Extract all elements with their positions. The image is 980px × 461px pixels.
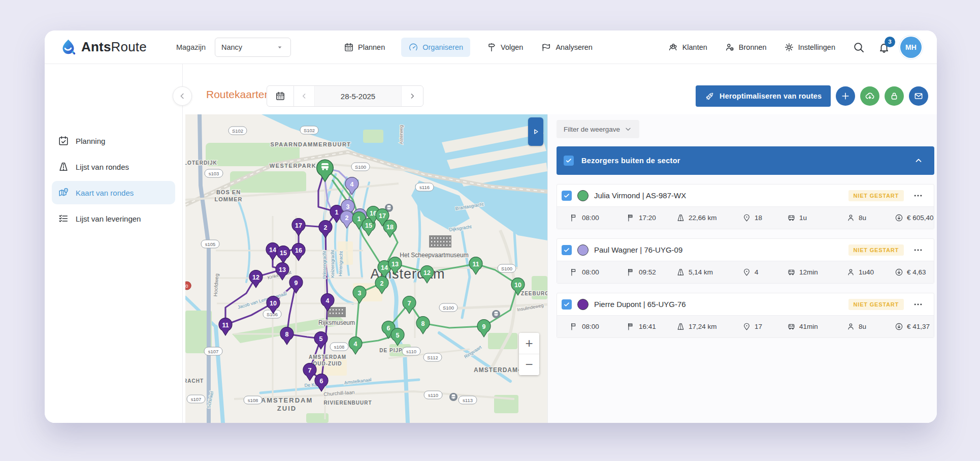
map-label: DE PIJP <box>379 348 402 353</box>
status-badge: NIET GESTART <box>848 299 904 310</box>
svg-text:15: 15 <box>280 250 287 257</box>
tab-organiseren[interactable]: Organiseren <box>401 38 470 57</box>
brand-logo[interactable]: AntsRoute <box>60 39 147 55</box>
more-options-button[interactable] <box>909 191 927 201</box>
user-avatar[interactable]: MH <box>900 37 922 58</box>
date-control: 28-5-2025 <box>267 85 423 107</box>
lock-routes-button[interactable] <box>885 86 904 106</box>
road-badge: S100 <box>439 303 458 312</box>
svg-text:3: 3 <box>358 290 362 297</box>
driver-stats-row: 08:00 17:20 22,66 km 18 1u 8u € 605,40 <box>557 206 934 229</box>
tab-bronnen[interactable]: Bronnen <box>723 38 769 57</box>
stat-stops: 17 <box>742 322 787 331</box>
map-label: RIVIERENBUURT <box>323 400 372 406</box>
warehouse-select[interactable]: Nancy <box>215 38 291 57</box>
tab-volgen[interactable]: Volgen <box>484 38 525 57</box>
back-button[interactable] <box>173 86 192 106</box>
driver-checkbox[interactable] <box>562 299 572 310</box>
start-flag-icon <box>570 268 578 276</box>
start-flag-icon <box>570 213 578 222</box>
zoom-out-button[interactable]: − <box>519 354 539 375</box>
tab-plannen[interactable]: Plannen <box>342 38 387 57</box>
svg-text:6: 6 <box>320 378 323 385</box>
sidebar-item-lijst-van-rondes[interactable]: Lijst van rondes <box>52 155 175 178</box>
chevron-down-icon <box>624 125 632 133</box>
send-mail-button[interactable] <box>909 86 928 106</box>
more-options-button[interactable] <box>909 299 927 310</box>
group-checkbox[interactable] <box>564 156 574 166</box>
svg-text:s110: s110 <box>406 349 416 354</box>
notifications-button[interactable]: 3 <box>878 41 890 53</box>
svg-text:0: 0 <box>185 283 188 289</box>
svg-text:5: 5 <box>396 332 400 339</box>
zoom-in-button[interactable]: + <box>519 333 539 354</box>
chevron-up-icon[interactable] <box>914 156 923 165</box>
map-label: WESTERPARK <box>270 163 316 169</box>
sidebar-item-kaart-van-rondes[interactable]: Kaart van rondes <box>52 181 175 204</box>
finish-flag-icon <box>627 268 635 276</box>
cost-down-icon <box>895 268 903 276</box>
transit-icon <box>449 393 458 401</box>
sidebar-item-planning[interactable]: Planning <box>52 129 175 152</box>
status-badge: NIET GESTART <box>848 244 904 256</box>
tab-klanten[interactable]: Klanten <box>666 38 709 57</box>
svg-text:12: 12 <box>423 269 431 276</box>
svg-text:S102: S102 <box>304 128 315 133</box>
finish-flag-icon <box>627 213 635 222</box>
road-badge: s103 <box>205 169 223 177</box>
person-icon <box>846 322 855 331</box>
pin-icon <box>742 322 751 331</box>
sidebar-item-lijst-van-leveringen[interactable]: Lijst van leveringen <box>52 207 175 230</box>
map-label: AMSTERDAM <box>261 396 313 404</box>
stat-distance: 17,24 km <box>676 322 742 331</box>
map-label: RACHT <box>185 378 204 384</box>
collapse-panel-button[interactable] <box>528 117 543 146</box>
pin-icon <box>742 213 751 222</box>
search-button[interactable] <box>853 41 865 53</box>
svg-text:1: 1 <box>335 209 339 216</box>
svg-text:s107: s107 <box>191 396 202 402</box>
road-badge: s116 <box>415 183 434 191</box>
add-button[interactable] <box>836 86 855 106</box>
next-day-button[interactable] <box>402 86 423 106</box>
stat-distance: 22,66 km <box>676 213 742 222</box>
calendar-picker-button[interactable] <box>267 86 294 106</box>
stat-distance: 5,14 km <box>676 268 742 276</box>
routes-map[interactable]: SPAARNDAMMERBUURTWESTERPARKSLOTERDIJKBOS… <box>185 114 547 423</box>
stat-drive-time: 41min <box>787 322 846 331</box>
more-options-button[interactable] <box>909 245 927 255</box>
building-icon <box>429 235 451 248</box>
tab-analyseren[interactable]: Analyseren <box>539 38 595 57</box>
svg-text:9: 9 <box>295 280 298 287</box>
road-badge: 0 <box>185 282 191 290</box>
stat-drive-time: 12min <box>787 268 846 276</box>
chevron-left-icon <box>300 92 308 100</box>
secondary-menu: Klanten Bronnen Instellingen <box>666 38 837 57</box>
map-canvas[interactable]: SPAARNDAMMERBUURTWESTERPARKSLOTERDIJKBOS… <box>185 114 547 423</box>
app-window: AntsRoute Magazijn Nancy Plannen Organis… <box>45 30 937 423</box>
svg-text:10: 10 <box>514 282 521 289</box>
person-icon <box>846 268 855 276</box>
check-icon <box>563 192 570 199</box>
driver-row: Pierre Dupont | 65-UYG-76 NIET GESTART <box>557 293 934 315</box>
export-button[interactable] <box>860 86 879 106</box>
driver-checkbox[interactable] <box>562 245 572 255</box>
svg-text:s110: s110 <box>428 392 438 398</box>
svg-text:8: 8 <box>421 320 425 327</box>
reoptimize-routes-button[interactable]: Heroptimaliseren van routes <box>696 85 831 107</box>
page-title: Routekaarten <box>206 88 270 101</box>
filter-view-button[interactable]: Filter de weergave <box>557 120 639 138</box>
tab-instellingen[interactable]: Instellingen <box>782 38 837 57</box>
group-header[interactable]: Bezorgers buiten de sector <box>557 146 934 175</box>
map-label: AMSTERDAM <box>309 354 346 360</box>
map-label: Rijksmuseum <box>318 319 355 326</box>
svg-text:2: 2 <box>380 280 384 287</box>
stat-end-time: 09:52 <box>627 268 676 276</box>
rocket-icon <box>705 91 714 101</box>
dots-icon <box>913 191 923 201</box>
previous-day-button[interactable] <box>294 86 315 106</box>
search-icon <box>853 41 865 53</box>
map-label: SLOTERDIJK <box>185 160 217 166</box>
svg-text:11: 11 <box>222 322 228 329</box>
driver-checkbox[interactable] <box>562 191 572 201</box>
